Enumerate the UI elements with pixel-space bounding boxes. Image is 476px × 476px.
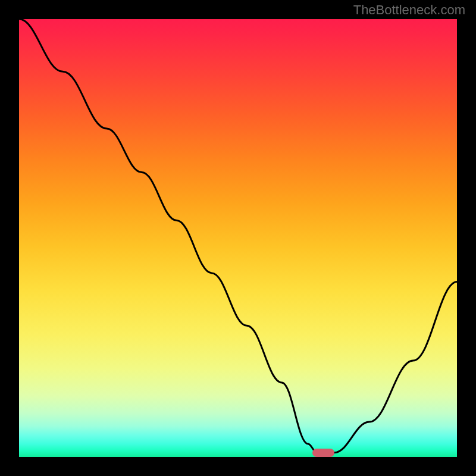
bottleneck-curve	[19, 19, 457, 453]
optimal-marker	[312, 449, 334, 457]
attribution-text: TheBottleneck.com	[353, 2, 465, 18]
plot-area	[19, 19, 457, 457]
curve-svg	[19, 19, 457, 457]
